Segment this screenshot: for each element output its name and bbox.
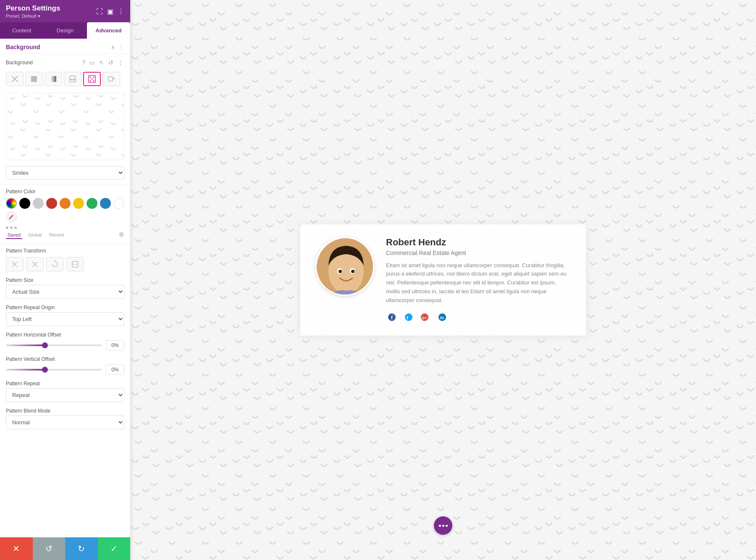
pattern-blend-select[interactable]: Normal Multiply Screen Overlay Darken Li… — [6, 415, 124, 429]
background-section-header: Background ∧ ⋮ — [0, 39, 130, 54]
v-offset-slider[interactable] — [6, 369, 102, 371]
reset-button[interactable]: ↺ — [33, 537, 66, 560]
desktop-icon[interactable]: ▭ — [89, 58, 96, 67]
pattern-size-select[interactable]: Actual Size Stretch Fit Cover — [6, 285, 124, 299]
svg-point-7 — [93, 77, 94, 78]
bg-type-gradient[interactable] — [45, 72, 62, 86]
facebook-link[interactable]: f — [386, 311, 398, 323]
bg-type-video[interactable] — [102, 72, 120, 86]
more-swatches-btn[interactable] — [6, 226, 17, 229]
panel-header-icons: ⛶ ▣ ⋮ — [96, 8, 124, 16]
help-icon[interactable]: ? — [81, 58, 86, 67]
svg-point-10 — [92, 79, 93, 80]
fullscreen-icon[interactable]: ⛶ — [96, 8, 103, 16]
gplus-link[interactable]: G+ — [420, 311, 431, 323]
person-social-links: f t G+ in — [386, 311, 571, 323]
svg-text:t: t — [407, 315, 408, 320]
panel-body: Background ∧ ⋮ Background ? ▭ ↖ ↺ ⋮ — [0, 39, 130, 537]
bg-type-none[interactable] — [6, 72, 24, 86]
redo-button[interactable]: ↻ — [65, 537, 98, 560]
cursor-icon[interactable]: ↖ — [98, 58, 105, 67]
color-tabs: Saved Global Recent — [0, 231, 130, 242]
svg-point-13 — [120, 233, 123, 236]
person-card: Robert Hendz Commercial Real Estate Agen… — [300, 224, 586, 336]
color-swatch-yellow[interactable] — [73, 198, 84, 209]
color-swatch-pen[interactable] — [6, 211, 17, 222]
svg-rect-3 — [50, 76, 56, 82]
color-tab-global[interactable]: Global — [26, 231, 43, 239]
v-offset-value[interactable] — [106, 365, 124, 375]
color-swatch-custom[interactable] — [6, 198, 17, 209]
color-gear-icon[interactable] — [118, 231, 124, 237]
panel-tabs: Content Design Advanced — [0, 22, 130, 39]
panel-header: Person Settings Preset: Default ▾ ⛶ ▣ ⋮ — [0, 0, 130, 22]
person-info: Robert Hendz Commercial Real Estate Agen… — [386, 237, 571, 323]
linkedin-link[interactable]: in — [436, 311, 448, 323]
bg-type-row — [0, 69, 130, 90]
dot-3 — [446, 525, 448, 527]
svg-point-21 — [339, 270, 342, 273]
twitter-link[interactable]: t — [403, 311, 415, 323]
more-options-icon[interactable]: ⋮ — [118, 8, 124, 16]
background-field-icons: ? ▭ ↖ ↺ ⋮ — [81, 58, 124, 67]
tab-design[interactable]: Design — [43, 22, 87, 39]
color-swatch-orange[interactable] — [60, 198, 71, 209]
pattern-origin-select[interactable]: Top Left Top Center Top Right Center Bot… — [6, 312, 124, 326]
bottom-bar: ✕ ↺ ↻ ✓ — [0, 537, 130, 560]
transform-buttons — [0, 255, 130, 276]
svg-point-8 — [90, 80, 91, 82]
save-button[interactable]: ✓ — [98, 537, 131, 560]
color-swatch-red[interactable] — [46, 198, 57, 209]
transform-invert[interactable] — [66, 257, 84, 271]
pattern-transform-section: Pattern Transform — [0, 245, 130, 255]
pattern-preview-area — [6, 93, 124, 160]
transform-flip-v[interactable] — [26, 257, 44, 271]
panel-header-left: Person Settings Preset: Default ▾ — [6, 4, 60, 19]
color-tab-saved[interactable]: Saved — [6, 231, 22, 239]
bg-type-pattern[interactable] — [83, 72, 101, 86]
section-more-icon[interactable]: ⋮ — [118, 44, 124, 50]
h-offset-value[interactable] — [106, 340, 124, 350]
layout-icon[interactable]: ▣ — [107, 8, 113, 16]
smile-pattern-svg — [6, 93, 124, 160]
v-offset-slider-container — [6, 365, 124, 375]
pattern-select[interactable]: Smiles Dots Zigzag Waves Crosses Plaid — [6, 166, 124, 180]
color-swatch-lightgray[interactable] — [33, 198, 44, 209]
pattern-h-offset-row: Pattern Horizontal Offset — [0, 330, 130, 355]
transform-rotate[interactable] — [46, 257, 64, 271]
tab-content[interactable]: Content — [0, 22, 43, 39]
field-more-icon[interactable]: ⋮ — [117, 58, 124, 67]
transform-flip-h[interactable] — [6, 257, 24, 271]
background-section-title: Background — [6, 44, 40, 50]
panel-preset[interactable]: Preset: Default ▾ — [6, 13, 60, 19]
pattern-repeat-row: Pattern Repeat Repeat Repeat-X Repeat-Y … — [0, 379, 130, 406]
pattern-origin-label: Pattern Repeat Origin — [6, 305, 124, 310]
floating-dots-button[interactable] — [434, 516, 452, 535]
person-job-title: Commercial Real Estate Agent — [386, 250, 571, 256]
tab-advanced[interactable]: Advanced — [87, 22, 130, 39]
color-swatch-white[interactable] — [113, 198, 124, 209]
floating-dots-inner — [439, 525, 448, 527]
pattern-size-label: Pattern Size — [6, 277, 124, 283]
color-swatch-blue[interactable] — [100, 198, 111, 209]
pattern-h-offset-label: Pattern Horizontal Offset — [6, 332, 124, 338]
svg-point-6 — [90, 77, 91, 78]
canvas-content: Robert Hendz Commercial Real Estate Agen… — [130, 0, 756, 560]
undo-field-icon[interactable]: ↺ — [108, 58, 114, 67]
dot-1 — [439, 525, 441, 527]
person-avatar — [315, 237, 374, 296]
bg-type-image[interactable] — [64, 72, 81, 86]
pattern-v-offset-label: Pattern Vertical Offset — [6, 356, 124, 362]
pattern-blend-row: Pattern Blend Mode Normal Multiply Scree… — [0, 406, 130, 434]
bg-type-solid[interactable] — [25, 72, 43, 86]
pattern-repeat-select[interactable]: Repeat Repeat-X Repeat-Y No Repeat — [6, 388, 124, 402]
color-tab-recent[interactable]: Recent — [47, 231, 66, 239]
svg-rect-2 — [31, 76, 37, 82]
cancel-button[interactable]: ✕ — [0, 537, 33, 560]
svg-text:G+: G+ — [422, 316, 427, 320]
h-offset-slider[interactable] — [6, 344, 102, 346]
pattern-repeat-label: Pattern Repeat — [6, 381, 124, 386]
color-swatch-black[interactable] — [19, 198, 30, 209]
color-swatch-green[interactable] — [87, 198, 97, 209]
collapse-icon[interactable]: ∧ — [111, 44, 115, 50]
